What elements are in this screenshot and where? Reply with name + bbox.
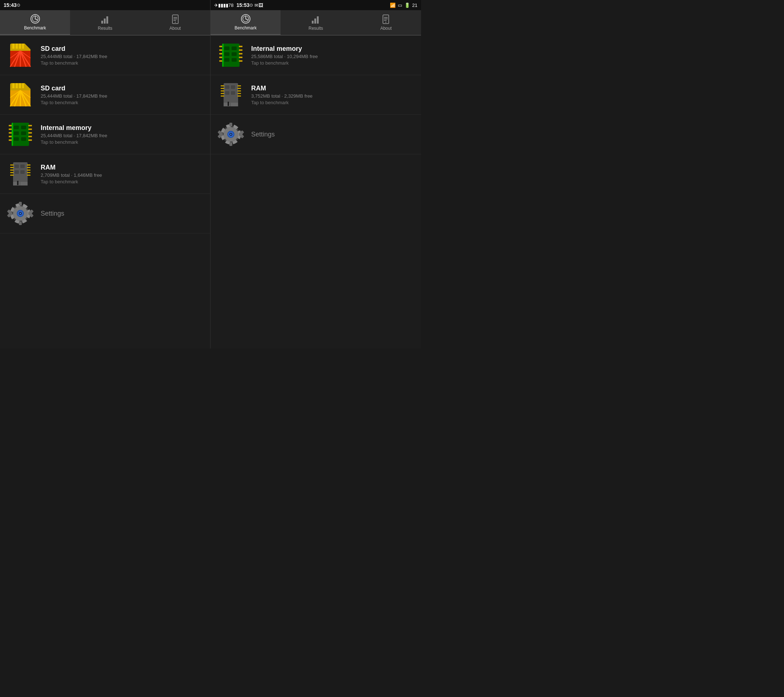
right-tab-about[interactable]: About	[351, 10, 421, 35]
svg-rect-146	[229, 123, 232, 126]
svg-rect-15	[16, 44, 18, 49]
svg-rect-61	[17, 181, 18, 185]
list-item-settings-left[interactable]: Settings	[0, 194, 210, 234]
svg-rect-16	[19, 44, 21, 49]
right-panel: Benchmark Results	[211, 10, 421, 348]
svg-rect-74	[15, 170, 19, 174]
svg-rect-147	[229, 142, 232, 146]
settings-icon-right	[216, 120, 245, 149]
sd-yellow-action: Tap to benchmark	[41, 100, 107, 105]
sd-red-subtitle: 25,444MB total · 17,842MB free	[41, 54, 107, 59]
svg-rect-8	[173, 17, 177, 18]
svg-rect-138	[231, 91, 235, 95]
svg-rect-125	[221, 85, 224, 86]
right-battery-icon: 🔋	[404, 3, 410, 8]
list-item-settings-right[interactable]: Settings	[211, 115, 421, 154]
svg-rect-72	[15, 165, 19, 168]
svg-rect-54	[21, 132, 26, 135]
list-item-ram-right[interactable]: RAM 3,752MB total · 2,329MB free Tap to …	[211, 75, 421, 115]
svg-rect-9	[173, 18, 177, 19]
svg-rect-133	[237, 93, 241, 94]
internal-left-action: Tap to benchmark	[41, 139, 107, 145]
ram-right-text: RAM 3,752MB total · 2,329MB free Tap to …	[251, 85, 313, 105]
right-tab-bar: Benchmark Results	[211, 10, 421, 36]
right-benchmark-icon	[240, 14, 251, 24]
ram-left-action: Tap to benchmark	[41, 179, 102, 185]
internal-right-title: Internal memory	[251, 45, 318, 53]
svg-rect-46	[28, 125, 32, 126]
internal-left-subtitle: 25,444MB total · 17,842MB free	[41, 133, 107, 138]
svg-rect-111	[239, 53, 242, 54]
svg-rect-50	[28, 139, 32, 141]
left-panel: Benchmark Results	[0, 10, 211, 348]
sd-yellow-title: SD card	[41, 85, 107, 92]
svg-rect-67	[27, 165, 30, 166]
settings-icon-left	[6, 199, 35, 228]
list-item-sd-yellow[interactable]: SD card 25,444MB total · 17,842MB free T…	[0, 75, 210, 115]
svg-rect-96	[314, 18, 316, 24]
sd-red-title: SD card	[41, 45, 107, 53]
svg-rect-100	[384, 18, 388, 19]
left-tab-results[interactable]: Results	[70, 10, 140, 35]
left-results-label: Results	[98, 26, 112, 31]
svg-rect-51	[14, 125, 19, 129]
svg-line-94	[246, 19, 248, 20]
svg-rect-116	[224, 52, 229, 56]
svg-rect-110	[239, 49, 242, 51]
sd-red-action: Tap to benchmark	[41, 60, 107, 66]
svg-rect-68	[27, 167, 30, 168]
svg-rect-66	[10, 175, 14, 176]
svg-rect-49	[28, 136, 32, 137]
list-item-ram-left[interactable]: RAM 2,709MB total · 1,646MB free Tap to …	[0, 154, 210, 194]
svg-rect-31	[22, 83, 24, 88]
internal-right-subtitle: 25,586MB total · 10,294MB free	[251, 54, 318, 59]
svg-rect-59	[13, 182, 20, 186]
svg-rect-129	[221, 96, 224, 97]
svg-rect-17	[22, 44, 24, 49]
svg-rect-56	[21, 137, 26, 141]
left-tab-about[interactable]: About	[140, 10, 210, 35]
right-time: 15:53	[236, 2, 249, 8]
svg-rect-52	[21, 125, 26, 129]
ram-right-title: RAM	[251, 85, 313, 92]
right-content: Internal memory 25,586MB total · 10,294M…	[211, 36, 421, 348]
svg-rect-113	[239, 60, 242, 62]
left-content: SD card 25,444MB total · 17,842MB free T…	[0, 36, 210, 348]
svg-rect-73	[20, 165, 25, 168]
list-item-sd-red[interactable]: SD card 25,444MB total · 17,842MB free T…	[0, 36, 210, 75]
sd-yellow-text: SD card 25,444MB total · 17,842MB free T…	[41, 85, 107, 105]
svg-rect-6	[106, 16, 108, 24]
svg-rect-134	[237, 96, 241, 97]
right-airplane-icon: ✈	[214, 3, 218, 8]
svg-rect-71	[27, 175, 30, 176]
about-icon-right	[381, 14, 391, 24]
right-tablet-icon: ▭	[398, 3, 402, 8]
list-item-internal-right[interactable]: Internal memory 25,586MB total · 10,294M…	[211, 36, 421, 75]
svg-rect-5	[104, 18, 105, 24]
settings-right-text: Settings	[251, 131, 275, 138]
ram-icon-right	[216, 80, 245, 109]
left-tab-benchmark[interactable]: Benchmark	[0, 10, 70, 35]
right-tab-benchmark[interactable]: Benchmark	[211, 10, 280, 35]
ram-left-text: RAM 2,709MB total · 1,646MB free Tap to …	[41, 164, 102, 185]
settings-right-title: Settings	[251, 131, 275, 138]
svg-rect-120	[222, 44, 224, 67]
svg-rect-114	[224, 46, 229, 50]
svg-rect-112	[239, 57, 242, 58]
right-benchmark-label: Benchmark	[234, 25, 257, 30]
svg-rect-75	[20, 170, 25, 174]
internal-right-action: Tap to benchmark	[251, 60, 318, 66]
svg-rect-10	[173, 20, 176, 21]
settings-left-text: Settings	[41, 210, 64, 218]
right-about-label: About	[380, 26, 392, 31]
svg-rect-64	[10, 170, 14, 171]
ram-right-subtitle: 3,752MB total · 2,329MB free	[251, 93, 313, 99]
right-tab-results[interactable]: Results	[280, 10, 351, 35]
list-item-internal-left[interactable]: Internal memory 25,444MB total · 17,842M…	[0, 115, 210, 154]
internal-left-title: Internal memory	[41, 124, 107, 132]
ram-left-title: RAM	[41, 164, 102, 171]
svg-line-3	[35, 19, 37, 20]
left-benchmark-label: Benchmark	[24, 25, 46, 30]
svg-point-102	[385, 22, 387, 23]
right-clock-icon: ⊙	[249, 3, 253, 8]
